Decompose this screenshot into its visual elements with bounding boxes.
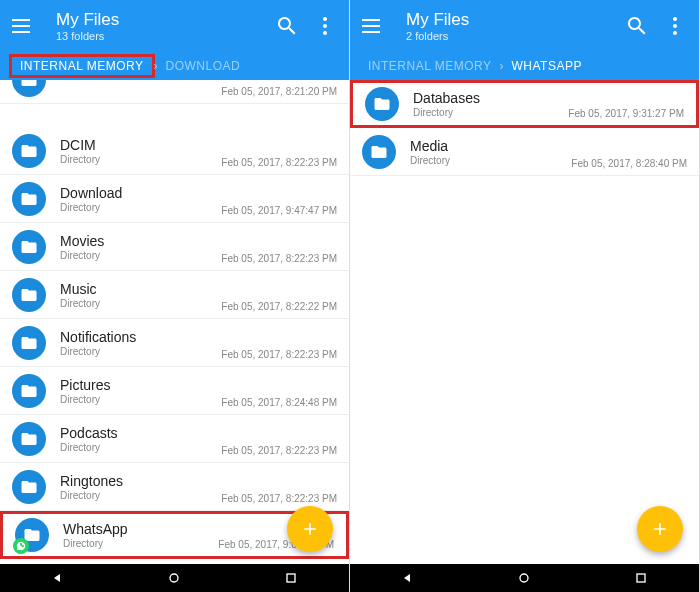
breadcrumb-item[interactable]: DOWNLOAD [158,57,249,75]
breadcrumb-item[interactable]: WHATSAPP [504,57,590,75]
app-title: My Files [56,10,261,30]
svg-point-5 [673,17,677,21]
item-date: Feb 05, 2017, 8:22:23 PM [221,253,337,264]
nav-bar [350,564,699,592]
item-name: Media [410,138,571,154]
breadcrumb: INTERNAL MEMORY›DOWNLOAD [0,52,349,80]
whatsapp-badge-icon [13,538,29,554]
list-item[interactable]: MusicDirectoryFeb 05, 2017, 8:22:22 PM [0,271,349,319]
search-icon[interactable] [625,14,649,38]
app-bar: My Files2 folders [350,0,699,52]
folder-icon [362,135,396,169]
item-date: Feb 05, 2017, 8:28:40 PM [571,158,687,169]
menu-icon[interactable] [362,14,386,38]
chevron-right-icon: › [500,59,504,73]
nav-back-icon[interactable] [388,568,428,588]
breadcrumb-item[interactable]: INTERNAL MEMORY [10,55,154,77]
item-sub: Directory [60,490,221,501]
item-date: Feb 05, 2017, 8:21:20 PM [221,86,337,97]
item-name: Notifications [60,329,221,345]
nav-home-icon[interactable] [504,568,544,588]
item-sub: Directory [60,250,221,261]
folder-list: DatabasesDirectoryFeb 05, 2017, 9:31:27 … [350,80,699,564]
svg-rect-9 [637,574,645,582]
list-item[interactable]: MoviesDirectoryFeb 05, 2017, 8:22:23 PM [0,223,349,271]
item-name: Music [60,281,221,297]
item-name: Download [60,185,221,201]
item-date: Feb 05, 2017, 8:22:23 PM [221,349,337,360]
item-sub: Directory [60,394,221,405]
item-sub: Directory [410,155,571,166]
nav-back-icon[interactable] [38,568,78,588]
folder-icon [12,182,46,216]
item-date: Feb 05, 2017, 9:47:47 PM [221,205,337,216]
item-sub: Directory [60,154,221,165]
app-bar: My Files13 folders [0,0,349,52]
add-fab[interactable] [287,506,333,552]
folder-icon [12,374,46,408]
svg-point-7 [673,31,677,35]
search-icon[interactable] [275,14,299,38]
svg-point-2 [323,31,327,35]
folder-icon [15,518,49,552]
folder-icon [12,422,46,456]
nav-home-icon[interactable] [154,568,194,588]
list-item[interactable]: DCIMDirectoryFeb 05, 2017, 8:22:23 PM [0,127,349,175]
svg-point-3 [170,574,178,582]
folder-icon [12,278,46,312]
item-sub: Directory [63,538,218,549]
app-title: My Files [406,10,611,30]
svg-point-6 [673,24,677,28]
app-subtitle: 2 folders [406,30,611,42]
more-icon[interactable] [663,14,687,38]
folder-list: Feb 05, 2017, 8:21:20 PMDCIMDirectoryFeb… [0,80,349,564]
list-item[interactable]: DatabasesDirectoryFeb 05, 2017, 9:31:27 … [350,80,699,128]
item-name: DCIM [60,137,221,153]
folder-icon [12,80,46,97]
add-fab[interactable] [637,506,683,552]
title-area: My Files2 folders [406,10,611,42]
folder-icon [12,326,46,360]
item-sub: Directory [60,442,221,453]
app-subtitle: 13 folders [56,30,261,42]
item-date: Feb 05, 2017, 8:22:23 PM [221,445,337,456]
list-item[interactable]: NotificationsDirectoryFeb 05, 2017, 8:22… [0,319,349,367]
item-date: Feb 05, 2017, 9:31:27 PM [568,108,684,119]
list-item[interactable]: DownloadDirectoryFeb 05, 2017, 9:47:47 P… [0,175,349,223]
item-sub: Directory [413,107,568,118]
item-name: Podcasts [60,425,221,441]
item-sub: Directory [60,346,221,357]
more-icon[interactable] [313,14,337,38]
list-item[interactable]: YSLauncherDirectoryFeb 05, 2017, 8:22:07… [0,559,349,564]
folder-icon [12,470,46,504]
item-date: Feb 05, 2017, 8:24:48 PM [221,397,337,408]
folder-icon [12,134,46,168]
left-screen: My Files13 foldersINTERNAL MEMORY›DOWNLO… [0,0,350,592]
item-name: Movies [60,233,221,249]
list-item[interactable]: PodcastsDirectoryFeb 05, 2017, 8:22:23 P… [0,415,349,463]
breadcrumb: INTERNAL MEMORY›WHATSAPP [350,52,699,80]
item-sub: Directory [60,202,221,213]
item-name: WhatsApp [63,521,218,537]
svg-point-0 [323,17,327,21]
item-sub: Directory [60,298,221,309]
folder-icon [12,230,46,264]
item-date: Feb 05, 2017, 8:22:23 PM [221,157,337,168]
nav-recents-icon[interactable] [271,568,311,588]
breadcrumb-item[interactable]: INTERNAL MEMORY [360,57,500,75]
svg-point-1 [323,24,327,28]
item-name: Databases [413,90,568,106]
svg-point-8 [520,574,528,582]
list-item[interactable]: RingtonesDirectoryFeb 05, 2017, 8:22:23 … [0,463,349,511]
item-name: Pictures [60,377,221,393]
item-date: Feb 05, 2017, 8:22:23 PM [221,493,337,504]
svg-rect-4 [287,574,295,582]
list-item[interactable]: PicturesDirectoryFeb 05, 2017, 8:24:48 P… [0,367,349,415]
folder-icon [365,87,399,121]
list-item[interactable]: Feb 05, 2017, 8:21:20 PM [0,80,349,104]
item-name: Ringtones [60,473,221,489]
item-date: Feb 05, 2017, 8:22:22 PM [221,301,337,312]
nav-recents-icon[interactable] [621,568,661,588]
list-item[interactable]: MediaDirectoryFeb 05, 2017, 8:28:40 PM [350,128,699,176]
menu-icon[interactable] [12,14,36,38]
